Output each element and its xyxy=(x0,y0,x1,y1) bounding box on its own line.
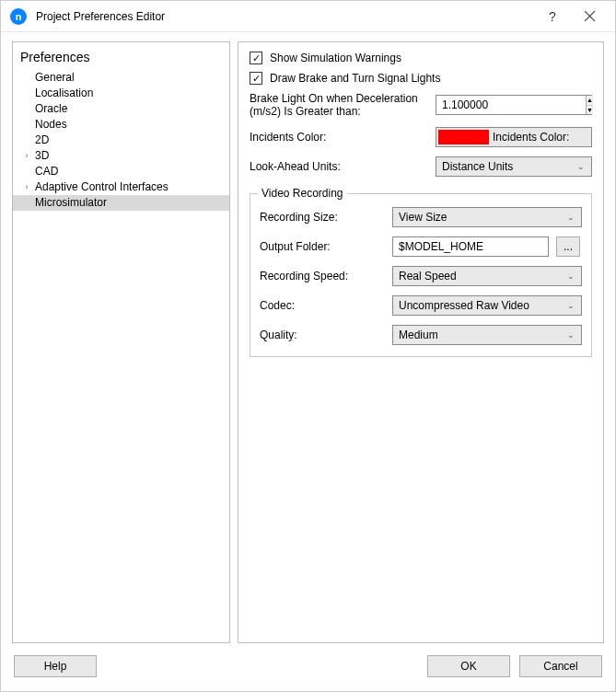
spin-up-icon[interactable]: ▲ xyxy=(587,96,593,106)
video-recording-group: Video Recording Recording Size: View Siz… xyxy=(250,193,592,357)
sidebar-item-nodes[interactable]: Nodes xyxy=(13,117,229,133)
dialog-button-bar: Help OK Cancel xyxy=(1,651,615,691)
recording-speed-combo[interactable]: Real Speed ⌄ xyxy=(392,266,582,286)
chevron-down-icon: ⌄ xyxy=(575,162,587,171)
sidebar-item-microsimulator[interactable]: Microsimulator xyxy=(13,195,229,211)
window-title: Project Preferences Editor xyxy=(36,10,534,23)
brake-light-label: Brake Light On when Deceleration (m/s2) … xyxy=(250,92,424,118)
recording-size-label: Recording Size: xyxy=(260,211,385,224)
sidebar-item-general[interactable]: General xyxy=(13,70,229,86)
recording-speed-label: Recording Speed: xyxy=(260,270,385,283)
codec-value: Uncompressed Raw Video xyxy=(399,299,564,312)
video-group-title: Video Recording xyxy=(258,187,347,200)
look-ahead-combo[interactable]: Distance Units ⌄ xyxy=(436,156,592,177)
sidebar-header: Preferences xyxy=(13,46,229,70)
codec-combo[interactable]: Uncompressed Raw Video ⌄ xyxy=(392,295,582,316)
help-icon[interactable]: ? xyxy=(534,4,571,29)
sidebar-item-localisation[interactable]: Localisation xyxy=(13,86,229,101)
chevron-down-icon: ⌄ xyxy=(564,213,577,222)
brake-light-spinner[interactable]: ▲ ▼ xyxy=(436,95,592,115)
quality-value: Medium xyxy=(399,329,564,341)
look-ahead-value: Distance Units xyxy=(442,160,575,173)
draw-lights-row[interactable]: ✓ Draw Brake and Turn Signal Lights xyxy=(250,72,592,85)
ok-button[interactable]: OK xyxy=(427,655,510,677)
quality-combo[interactable]: Medium ⌄ xyxy=(392,325,582,345)
sidebar-item-label: Microsimulator xyxy=(33,195,107,211)
expand-icon[interactable]: › xyxy=(20,179,33,195)
checkbox-icon[interactable]: ✓ xyxy=(250,72,262,85)
browse-button[interactable]: ... xyxy=(556,236,580,257)
sidebar-item-2d[interactable]: 2D xyxy=(13,133,229,148)
chevron-down-icon: ⌄ xyxy=(564,271,577,281)
help-button[interactable]: Help xyxy=(14,655,97,677)
quality-label: Quality: xyxy=(260,329,385,341)
output-folder-input[interactable] xyxy=(392,236,549,257)
sidebar-item-label: Nodes xyxy=(33,117,67,133)
recording-size-combo[interactable]: View Size ⌄ xyxy=(392,207,582,227)
draw-lights-label: Draw Brake and Turn Signal Lights xyxy=(270,72,440,85)
checkbox-icon[interactable]: ✓ xyxy=(250,52,262,64)
sidebar: Preferences GeneralLocalisationOracleNod… xyxy=(12,41,230,643)
codec-label: Codec: xyxy=(260,299,385,312)
sidebar-item-label: CAD xyxy=(33,164,58,179)
sidebar-item-oracle[interactable]: Oracle xyxy=(13,101,229,117)
sidebar-item-label: Localisation xyxy=(33,86,93,101)
incidents-color-label: Incidents Color: xyxy=(250,131,424,144)
expand-icon[interactable]: › xyxy=(20,148,33,164)
spin-down-icon[interactable]: ▼ xyxy=(587,106,593,115)
sidebar-item-label: Oracle xyxy=(33,101,67,117)
recording-size-value: View Size xyxy=(399,211,564,224)
recording-speed-value: Real Speed xyxy=(399,270,564,283)
sidebar-item-label: 2D xyxy=(33,133,49,148)
sidebar-item-label: General xyxy=(33,70,75,86)
incidents-color-button[interactable]: Incidents Color: xyxy=(436,127,592,147)
app-icon: n xyxy=(10,8,27,25)
chevron-down-icon: ⌄ xyxy=(564,301,577,310)
show-warnings-row[interactable]: ✓ Show Simulation Warnings xyxy=(250,52,592,64)
output-folder-label: Output Folder: xyxy=(260,240,385,253)
close-icon[interactable] xyxy=(571,4,608,29)
color-swatch xyxy=(438,130,489,144)
incidents-color-btn-text: Incidents Color: xyxy=(493,131,573,144)
sidebar-item-label: Adaptive Control Interfaces xyxy=(33,179,169,195)
sidebar-item-3d[interactable]: ›3D xyxy=(13,148,229,164)
chevron-down-icon: ⌄ xyxy=(564,330,577,340)
look-ahead-label: Look-Ahead Units: xyxy=(250,160,424,173)
title-bar: n Project Preferences Editor ? xyxy=(1,1,615,32)
show-warnings-label: Show Simulation Warnings xyxy=(270,52,401,64)
brake-light-input[interactable] xyxy=(436,96,586,114)
cancel-button[interactable]: Cancel xyxy=(519,655,602,677)
sidebar-item-label: 3D xyxy=(33,148,49,164)
settings-panel: ✓ Show Simulation Warnings ✓ Draw Brake … xyxy=(238,41,604,643)
sidebar-item-adaptive-control-interfaces[interactable]: ›Adaptive Control Interfaces xyxy=(13,179,229,195)
sidebar-item-cad[interactable]: CAD xyxy=(13,164,229,179)
